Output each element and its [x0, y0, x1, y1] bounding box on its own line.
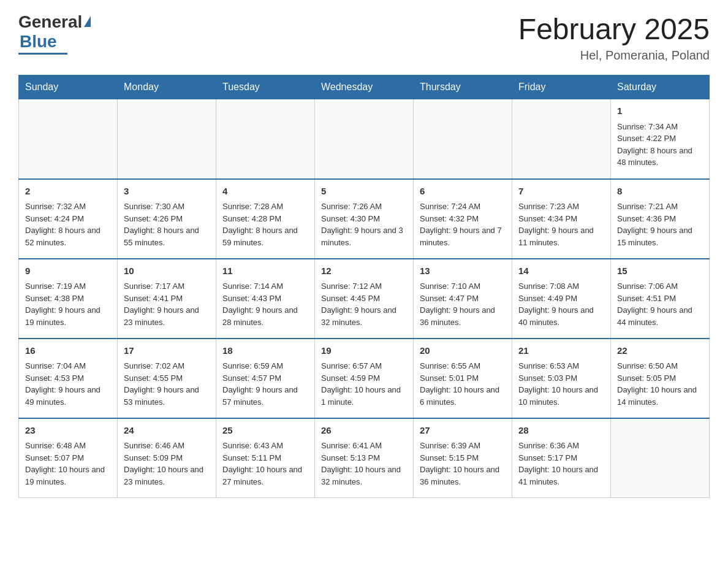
calendar-cell: 11Sunrise: 7:14 AMSunset: 4:43 PMDayligh… — [216, 259, 315, 339]
day-info: Sunset: 4:53 PM — [25, 372, 111, 385]
day-info: Sunset: 5:05 PM — [617, 372, 703, 385]
day-info: Daylight: 9 hours and 3 minutes. — [321, 224, 407, 248]
day-number: 3 — [124, 185, 210, 199]
day-info: Sunrise: 6:57 AM — [321, 360, 407, 372]
day-info: Sunrise: 7:24 AM — [420, 201, 506, 213]
day-number: 13 — [420, 264, 506, 278]
calendar-cell: 10Sunrise: 7:17 AMSunset: 4:41 PMDayligh… — [118, 259, 216, 339]
day-info: Sunset: 5:03 PM — [518, 372, 604, 385]
day-number: 19 — [321, 344, 407, 358]
day-info: Daylight: 10 hours and 14 minutes. — [617, 384, 703, 408]
day-info: Sunset: 5:11 PM — [222, 452, 308, 464]
day-info: Daylight: 10 hours and 41 minutes. — [518, 464, 604, 488]
day-info: Daylight: 9 hours and 19 minutes. — [25, 304, 111, 328]
day-info: Sunset: 5:09 PM — [124, 452, 210, 464]
day-info: Sunset: 4:28 PM — [222, 213, 308, 225]
calendar-cell: 5Sunrise: 7:26 AMSunset: 4:30 PMDaylight… — [315, 179, 414, 259]
day-number: 22 — [617, 344, 703, 358]
day-info: Daylight: 8 hours and 55 minutes. — [124, 224, 210, 248]
day-number: 4 — [222, 185, 308, 199]
calendar-cell: 23Sunrise: 6:48 AMSunset: 5:07 PMDayligh… — [19, 418, 118, 498]
day-info: Sunrise: 7:17 AM — [124, 280, 210, 293]
calendar-cell — [512, 99, 611, 179]
day-number: 1 — [617, 104, 703, 118]
col-monday: Monday — [118, 75, 216, 99]
calendar-cell: 4Sunrise: 7:28 AMSunset: 4:28 PMDaylight… — [216, 179, 315, 259]
day-info: Sunrise: 6:53 AM — [518, 360, 604, 372]
day-info: Sunrise: 7:14 AM — [222, 280, 308, 293]
day-info: Daylight: 10 hours and 19 minutes. — [25, 464, 111, 488]
col-friday: Friday — [512, 75, 611, 99]
calendar-cell — [611, 418, 710, 498]
col-sunday: Sunday — [19, 75, 118, 99]
day-info: Sunset: 4:41 PM — [124, 293, 210, 305]
day-info: Sunrise: 7:10 AM — [420, 280, 506, 293]
day-info: Sunrise: 6:50 AM — [617, 360, 703, 372]
day-info: Daylight: 9 hours and 11 minutes. — [518, 224, 604, 248]
day-info: Sunset: 4:51 PM — [617, 293, 703, 305]
day-info: Daylight: 8 hours and 48 minutes. — [617, 145, 703, 169]
day-number: 11 — [222, 264, 308, 278]
day-info: Daylight: 10 hours and 23 minutes. — [124, 464, 210, 488]
logo-brand: General — [18, 12, 82, 32]
calendar-cell — [315, 99, 414, 179]
day-info: Sunset: 4:24 PM — [25, 213, 111, 225]
day-number: 12 — [321, 264, 407, 278]
day-info: Sunrise: 6:48 AM — [25, 440, 111, 452]
day-info: Daylight: 9 hours and 28 minutes. — [222, 304, 308, 328]
day-info: Sunset: 4:34 PM — [518, 213, 604, 225]
calendar-cell — [414, 99, 512, 179]
day-info: Daylight: 10 hours and 10 minutes. — [518, 384, 604, 408]
day-info: Daylight: 10 hours and 6 minutes. — [420, 384, 506, 408]
col-tuesday: Tuesday — [216, 75, 315, 99]
logo-brand2: Blue — [20, 32, 57, 51]
day-info: Sunrise: 7:21 AM — [617, 201, 703, 213]
day-info: Sunrise: 7:23 AM — [518, 201, 604, 213]
calendar-title: February 2025 — [518, 12, 710, 46]
day-info: Sunrise: 7:32 AM — [25, 201, 111, 213]
day-info: Daylight: 9 hours and 49 minutes. — [25, 384, 111, 408]
day-info: Daylight: 10 hours and 27 minutes. — [222, 464, 308, 488]
calendar-cell: 12Sunrise: 7:12 AMSunset: 4:45 PMDayligh… — [315, 259, 414, 339]
day-info: Daylight: 9 hours and 44 minutes. — [617, 304, 703, 328]
day-info: Sunset: 4:32 PM — [420, 213, 506, 225]
day-number: 2 — [25, 185, 111, 199]
day-info: Sunrise: 6:46 AM — [124, 440, 210, 452]
col-wednesday: Wednesday — [315, 75, 414, 99]
day-info: Sunset: 4:26 PM — [124, 213, 210, 225]
day-info: Sunset: 4:59 PM — [321, 372, 407, 385]
day-info: Sunrise: 7:04 AM — [25, 360, 111, 372]
day-info: Sunset: 4:49 PM — [518, 293, 604, 305]
calendar-cell: 24Sunrise: 6:46 AMSunset: 5:09 PMDayligh… — [118, 418, 216, 498]
day-number: 16 — [25, 344, 111, 358]
calendar-subtitle: Hel, Pomerania, Poland — [518, 48, 710, 63]
day-info: Sunrise: 7:28 AM — [222, 201, 308, 213]
day-number: 7 — [518, 185, 604, 199]
calendar-cell: 6Sunrise: 7:24 AMSunset: 4:32 PMDaylight… — [414, 179, 512, 259]
calendar-cell: 26Sunrise: 6:41 AMSunset: 5:13 PMDayligh… — [315, 418, 414, 498]
col-thursday: Thursday — [414, 75, 512, 99]
day-number: 28 — [518, 424, 604, 438]
day-info: Sunset: 4:55 PM — [124, 372, 210, 385]
day-info: Daylight: 9 hours and 57 minutes. — [222, 384, 308, 408]
day-info: Sunrise: 7:12 AM — [321, 280, 407, 293]
calendar-cell: 17Sunrise: 7:02 AMSunset: 4:55 PMDayligh… — [118, 339, 216, 418]
day-number: 14 — [518, 264, 604, 278]
day-number: 25 — [222, 424, 308, 438]
day-number: 20 — [420, 344, 506, 358]
day-info: Daylight: 10 hours and 32 minutes. — [321, 464, 407, 488]
day-info: Sunset: 4:57 PM — [222, 372, 308, 385]
day-info: Sunrise: 7:08 AM — [518, 280, 604, 293]
day-info: Sunrise: 7:02 AM — [124, 360, 210, 372]
calendar-cell: 21Sunrise: 6:53 AMSunset: 5:03 PMDayligh… — [512, 339, 611, 418]
day-info: Sunset: 5:01 PM — [420, 372, 506, 385]
calendar-cell: 20Sunrise: 6:55 AMSunset: 5:01 PMDayligh… — [414, 339, 512, 418]
calendar-cell — [19, 99, 118, 179]
day-number: 15 — [617, 264, 703, 278]
day-info: Sunset: 5:15 PM — [420, 452, 506, 464]
calendar-cell: 9Sunrise: 7:19 AMSunset: 4:38 PMDaylight… — [19, 259, 118, 339]
day-info: Sunrise: 6:39 AM — [420, 440, 506, 452]
day-info: Sunrise: 7:26 AM — [321, 201, 407, 213]
day-number: 9 — [25, 264, 111, 278]
col-saturday: Saturday — [611, 75, 710, 99]
